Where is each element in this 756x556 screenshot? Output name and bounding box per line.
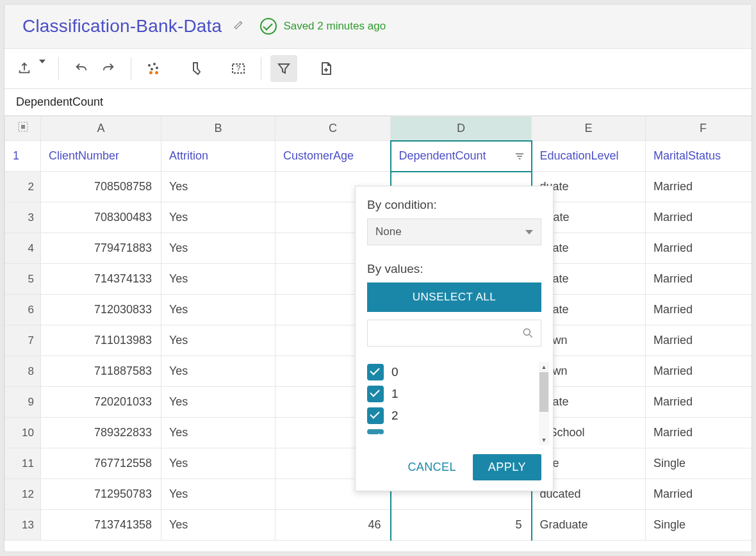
cell[interactable]: Yes — [161, 356, 275, 387]
cell[interactable]: Single — [646, 510, 752, 541]
header-educationlevel[interactable]: EducationLevel — [532, 141, 646, 172]
cell[interactable]: 46 — [275, 510, 391, 541]
cell[interactable]: 714374133 — [41, 264, 161, 295]
checkbox-checked-icon[interactable] — [367, 407, 384, 424]
header-row: 1 ClientNumber Attrition CustomerAge Dep… — [5, 141, 752, 172]
row-number[interactable]: 12 — [5, 479, 41, 510]
cell[interactable]: Yes — [161, 233, 275, 264]
row-number[interactable]: 9 — [5, 387, 41, 418]
cell[interactable]: Yes — [161, 325, 275, 356]
by-values-label: By values: — [367, 262, 549, 276]
cell[interactable]: Yes — [161, 202, 275, 233]
cell[interactable]: Yes — [161, 387, 275, 418]
row-number[interactable]: 2 — [5, 172, 41, 202]
cell[interactable]: 720201033 — [41, 387, 161, 418]
cell[interactable]: Yes — [161, 448, 275, 479]
missing-value-button[interactable]: ? — [225, 55, 252, 82]
checkbox-checked-icon[interactable] — [367, 429, 384, 434]
header-attrition[interactable]: Attrition — [161, 141, 275, 172]
filter-value-row[interactable]: 0 — [367, 364, 536, 380]
cell[interactable]: Married — [646, 356, 752, 387]
filter-value-row[interactable]: 1 — [367, 386, 536, 402]
filter-search-input[interactable] — [367, 320, 541, 347]
select-all-cell[interactable] — [5, 117, 41, 141]
row-number[interactable]: 3 — [5, 202, 41, 233]
cell[interactable]: 713741358 — [41, 510, 161, 541]
cell[interactable]: Married — [646, 233, 752, 264]
scroll-up-icon[interactable]: ▲ — [539, 362, 549, 372]
cell[interactable]: Married — [646, 202, 752, 233]
cell[interactable]: Married — [646, 295, 752, 325]
filter-value-row[interactable] — [367, 429, 536, 434]
header-maritalstatus[interactable]: MaritalStatus — [646, 141, 752, 172]
cell[interactable]: 789322833 — [41, 418, 161, 448]
row-number[interactable]: 4 — [5, 233, 41, 264]
scroll-thumb[interactable] — [539, 372, 548, 412]
filter-value-label: 2 — [391, 409, 399, 423]
cell[interactable]: 712950783 — [41, 479, 161, 510]
col-letter-F[interactable]: F — [646, 117, 752, 141]
redo-button[interactable] — [95, 55, 122, 82]
cell[interactable]: Yes — [161, 418, 275, 448]
cell[interactable]: 708508758 — [41, 172, 161, 202]
row-number[interactable]: 5 — [5, 264, 41, 295]
col-letter-B[interactable]: B — [161, 117, 275, 141]
col-letter-A[interactable]: A — [41, 117, 161, 141]
row-number[interactable]: 7 — [5, 325, 41, 356]
checkbox-checked-icon[interactable] — [367, 386, 384, 402]
col-letter-C[interactable]: C — [275, 117, 391, 141]
cell[interactable]: 779471883 — [41, 233, 161, 264]
scrollbar[interactable]: ▲ ▼ — [539, 362, 549, 445]
share-export-button[interactable] — [13, 55, 49, 82]
row-number[interactable]: 1 — [5, 141, 41, 172]
header-customerage[interactable]: CustomerAge — [275, 141, 391, 172]
filter-value-label: 1 — [391, 387, 399, 401]
condition-select[interactable]: None — [367, 218, 541, 245]
edit-icon[interactable] — [233, 19, 245, 34]
filter-icon[interactable] — [512, 149, 527, 164]
filter-value-row[interactable]: 2 — [367, 407, 536, 424]
scroll-down-icon[interactable]: ▼ — [539, 435, 549, 445]
cell[interactable]: Yes — [161, 510, 275, 541]
cell[interactable]: Married — [646, 264, 752, 295]
scatter-chart-button[interactable] — [140, 55, 167, 82]
namebox[interactable]: DependentCount — [4, 89, 752, 116]
row-number[interactable]: 10 — [5, 418, 41, 448]
cell[interactable]: 5 — [391, 510, 532, 541]
col-letter-E[interactable]: E — [532, 117, 646, 141]
cell[interactable]: Married — [646, 325, 752, 356]
header-clientnumber[interactable]: ClientNumber — [41, 141, 161, 172]
cell[interactable]: Married — [646, 387, 752, 418]
cell[interactable]: Married — [646, 172, 752, 202]
cell[interactable]: Married — [646, 479, 752, 510]
cell[interactable]: 711887583 — [41, 356, 161, 387]
header-dependentcount[interactable]: DependentCount — [391, 141, 532, 172]
undo-button[interactable] — [68, 55, 95, 82]
save-status: Saved 2 minutes ago — [260, 18, 386, 35]
cell[interactable]: Single — [646, 448, 752, 479]
cell[interactable]: 711013983 — [41, 325, 161, 356]
row-number[interactable]: 8 — [5, 356, 41, 387]
cell[interactable]: Yes — [161, 172, 275, 202]
cell[interactable]: 708300483 — [41, 202, 161, 233]
checkbox-checked-icon[interactable] — [367, 364, 384, 380]
cell[interactable]: 767712558 — [41, 448, 161, 479]
cell[interactable]: Yes — [161, 264, 275, 295]
cell[interactable]: Graduate — [532, 510, 646, 541]
filter-button[interactable] — [270, 55, 297, 82]
cell[interactable]: 712030833 — [41, 295, 161, 325]
socks-button[interactable] — [183, 55, 210, 82]
cancel-button[interactable]: CANCEL — [407, 461, 456, 474]
apply-button[interactable]: APPLY — [473, 454, 541, 480]
row-number[interactable]: 11 — [5, 448, 41, 479]
titlebar: Classification-Bank-Data Saved 2 minutes… — [4, 4, 752, 49]
cell[interactable]: Yes — [161, 295, 275, 325]
row-number[interactable]: 6 — [5, 295, 41, 325]
col-letter-D[interactable]: D — [391, 117, 532, 141]
row-number[interactable]: 13 — [5, 510, 41, 541]
cell[interactable]: Married — [646, 418, 752, 448]
document-title[interactable]: Classification-Bank-Data — [22, 16, 222, 37]
add-file-button[interactable] — [313, 55, 340, 82]
cell[interactable]: Yes — [161, 479, 275, 510]
unselect-all-button[interactable]: UNSELECT ALL — [367, 282, 541, 312]
